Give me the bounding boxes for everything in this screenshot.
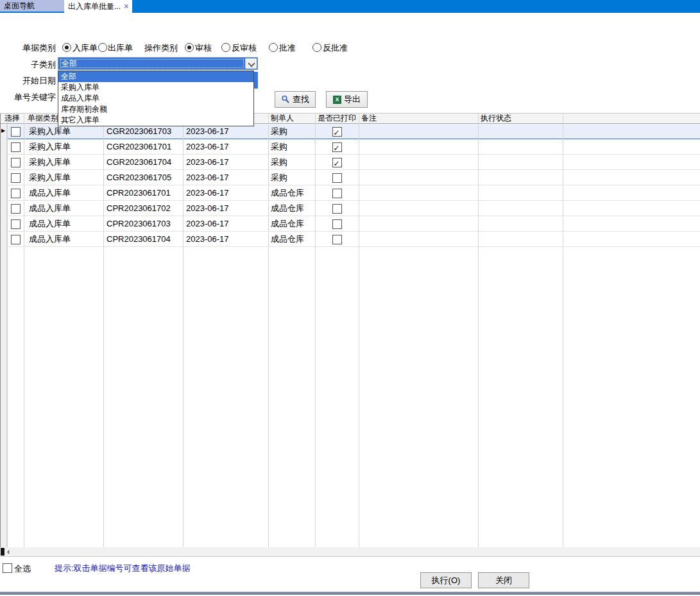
row-select-cell[interactable] bbox=[7, 170, 24, 185]
doc-date-cell: 2023-06-17 bbox=[186, 155, 266, 170]
excel-icon: X bbox=[333, 96, 341, 104]
table-row[interactable]: 采购入库单CGR20230617012023-06-17采购 bbox=[1, 139, 700, 155]
chevron-down-icon bbox=[248, 60, 255, 67]
printed-checkbox bbox=[332, 189, 342, 198]
row-select-cell[interactable] bbox=[7, 216, 24, 232]
doc-date-cell: 2023-06-17 bbox=[186, 232, 266, 247]
radio-unaudit-label: 反审核 bbox=[232, 42, 257, 54]
status-cell bbox=[481, 232, 560, 247]
export-button[interactable]: X 导出 bbox=[326, 91, 368, 108]
close-button[interactable]: 关闭 bbox=[478, 572, 529, 588]
row-select-checkbox[interactable] bbox=[11, 219, 21, 229]
status-cell bbox=[481, 170, 560, 185]
table-row[interactable]: 成品入库单CPR20230617022023-06-17成品仓库 bbox=[1, 201, 700, 216]
radio-inbound-label: 入库单 bbox=[73, 42, 98, 54]
radio-unapprove[interactable] bbox=[312, 43, 321, 52]
subtype-combobox[interactable]: 全部 bbox=[58, 57, 258, 70]
doc-no-cell[interactable]: CPR2023061703 bbox=[107, 216, 181, 232]
maker-cell: 成品仓库 bbox=[271, 232, 313, 247]
printed-cell bbox=[315, 155, 359, 170]
doc-date-cell: 2023-06-17 bbox=[186, 170, 266, 185]
table-row[interactable]: 采购入库单CGR20230617042023-06-17采购 bbox=[1, 155, 700, 170]
doc-no-cell[interactable]: CGR2023061705 bbox=[107, 170, 181, 185]
row-select-cell[interactable] bbox=[7, 201, 24, 216]
status-cell bbox=[481, 124, 560, 139]
radio-unaudit[interactable] bbox=[221, 43, 230, 52]
row-select-cell[interactable] bbox=[7, 232, 24, 247]
doc-no-cell[interactable]: CPR2023061702 bbox=[107, 201, 181, 216]
doc-type-cell: 成品入库单 bbox=[29, 201, 101, 216]
row-select-cell[interactable] bbox=[7, 139, 24, 155]
doc-no-cell[interactable]: CGR2023061704 bbox=[107, 155, 181, 170]
doc-no-cell[interactable]: CPR2023061704 bbox=[107, 232, 181, 247]
subtype-option[interactable]: 其它入库单 bbox=[58, 115, 253, 126]
doc-no-cell[interactable]: CGR2023061701 bbox=[107, 139, 181, 155]
start-date-picker-edge[interactable] bbox=[254, 72, 258, 89]
select-all-checkbox[interactable] bbox=[3, 563, 12, 573]
row-select-cell[interactable] bbox=[7, 185, 24, 201]
col-header-status[interactable]: 执行状态 bbox=[481, 114, 511, 124]
row-select-checkbox[interactable] bbox=[11, 127, 21, 137]
row-select-checkbox[interactable] bbox=[11, 173, 21, 183]
row-select-checkbox[interactable] bbox=[11, 204, 21, 214]
table-row[interactable]: 成品入库单CPR20230617012023-06-17成品仓库 bbox=[1, 185, 700, 201]
tab-desktop-nav[interactable]: 桌面导航 bbox=[0, 0, 65, 13]
row-select-checkbox[interactable] bbox=[11, 142, 21, 152]
execute-button-label: 执行(O) bbox=[432, 575, 461, 586]
printed-checkbox bbox=[332, 173, 342, 183]
status-cell bbox=[481, 185, 560, 201]
table-row[interactable]: 成品入库单CPR20230617032023-06-17成品仓库 bbox=[1, 216, 700, 232]
execute-button[interactable]: 执行(O) bbox=[420, 572, 472, 588]
subtype-option[interactable]: 采购入库单 bbox=[58, 82, 253, 93]
grid-column-line bbox=[24, 114, 24, 547]
radio-audit-label: 审核 bbox=[195, 42, 212, 54]
maker-cell: 采购 bbox=[271, 170, 313, 185]
subtype-option[interactable]: 库存期初余额 bbox=[58, 104, 253, 115]
start-date-label: 开始日期 bbox=[0, 75, 56, 87]
printed-checkbox bbox=[332, 204, 342, 214]
doc-type-cell: 采购入库单 bbox=[29, 155, 101, 170]
radio-outbound[interactable] bbox=[98, 43, 107, 52]
radio-approve[interactable] bbox=[269, 43, 278, 52]
status-cell bbox=[481, 201, 560, 216]
subtype-option[interactable]: 成品入库单 bbox=[58, 93, 253, 104]
col-header-note[interactable]: 备注 bbox=[361, 114, 377, 124]
scrollbar-thumb[interactable] bbox=[1, 548, 4, 556]
note-cell bbox=[361, 201, 475, 216]
subtype-option[interactable]: 全部 bbox=[58, 71, 253, 82]
col-header-printed[interactable]: 是否已打印 bbox=[318, 114, 356, 124]
doc-type-cell: 成品入库单 bbox=[29, 216, 101, 232]
grid-column-line bbox=[183, 114, 184, 547]
row-select-cell[interactable] bbox=[7, 155, 24, 170]
doc-no-cell[interactable]: CPR2023061701 bbox=[107, 185, 181, 201]
col-header-maker[interactable]: 制单人 bbox=[271, 114, 294, 124]
radio-unapprove-label: 反批准 bbox=[323, 42, 348, 54]
printed-checkbox bbox=[332, 219, 342, 229]
printed-checkbox bbox=[332, 127, 342, 137]
batch-audit-window: 桌面导航 出入库单批量...× 单据类别 子类别 开始日期 单号关键字 入库单 … bbox=[0, 0, 700, 596]
maker-cell: 成品仓库 bbox=[271, 185, 313, 201]
radio-inbound[interactable] bbox=[62, 43, 71, 52]
grid-column-line bbox=[103, 114, 104, 547]
op-type-label: 操作类别 bbox=[144, 42, 178, 54]
tab-batch-audit-label: 出入库单批量... bbox=[68, 2, 121, 11]
combobox-dropdown-button[interactable] bbox=[245, 58, 257, 69]
horizontal-scrollbar[interactable]: ‹ bbox=[0, 547, 700, 557]
doc-type-cell: 成品入库单 bbox=[29, 185, 101, 201]
row-select-checkbox[interactable] bbox=[11, 189, 21, 198]
close-icon[interactable]: × bbox=[124, 0, 129, 12]
tab-batch-audit[interactable]: 出入库单批量...× bbox=[64, 0, 132, 13]
printed-checkbox bbox=[332, 235, 342, 244]
scroll-left-icon[interactable]: ‹ bbox=[7, 547, 10, 557]
export-button-label: 导出 bbox=[344, 94, 361, 105]
row-select-checkbox[interactable] bbox=[11, 235, 21, 244]
row-select-cell[interactable] bbox=[7, 124, 24, 139]
note-cell bbox=[361, 139, 475, 155]
table-row[interactable]: 采购入库单CGR20230617052023-06-17采购 bbox=[1, 170, 700, 185]
col-header-doc-type[interactable]: 单据类别 bbox=[28, 114, 58, 124]
radio-audit[interactable] bbox=[185, 43, 194, 52]
row-select-checkbox[interactable] bbox=[11, 158, 21, 167]
table-row[interactable]: 成品入库单CPR20230617042023-06-17成品仓库 bbox=[1, 232, 700, 247]
find-button[interactable]: 查找 bbox=[275, 91, 316, 108]
printed-cell bbox=[315, 216, 359, 232]
